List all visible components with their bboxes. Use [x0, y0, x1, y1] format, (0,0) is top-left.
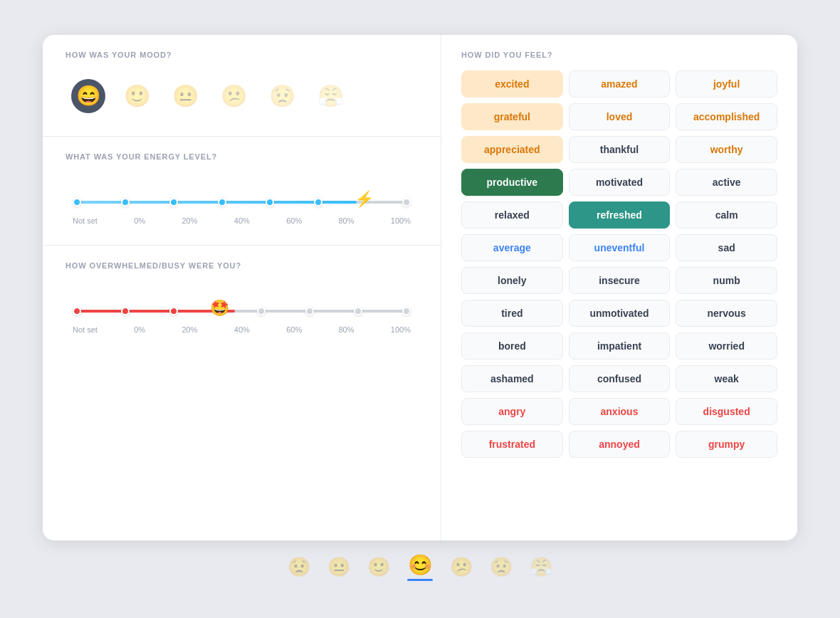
right-title: HOW DID YOU FEEL? — [461, 51, 777, 59]
feeling-btn-sad[interactable]: sad — [676, 234, 777, 261]
mood-title: HOW WAS YOUR MOOD? — [65, 51, 418, 59]
feeling-btn-relaxed[interactable]: relaxed — [461, 201, 563, 229]
feeling-btn-nervous[interactable]: nervous — [676, 300, 777, 327]
feeling-btn-refreshed[interactable]: refreshed — [569, 201, 671, 229]
nav-face-5[interactable]: 😕 — [450, 556, 473, 578]
feeling-btn-worthy[interactable]: worthy — [676, 136, 777, 163]
busy-slider-track-wrap[interactable]: 🤩 — [73, 301, 411, 321]
feeling-btn-uneventful[interactable]: uneventful — [569, 234, 671, 261]
feelings-grid: excitedamazedjoyfulgratefullovedaccompli… — [461, 70, 777, 458]
energy-labels: Not set 0% 20% 40% 60% 80% 100% — [73, 216, 411, 225]
feeling-btn-accomplished[interactable]: accomplished — [676, 103, 777, 130]
feeling-btn-thankful[interactable]: thankful — [569, 136, 671, 163]
mood-faces: 😄 🙂 😐 😕 😟 😤 — [65, 72, 418, 116]
nav-face-2[interactable]: 😐 — [327, 556, 350, 578]
feeling-btn-unmotivated[interactable]: unmotivated — [569, 300, 671, 327]
energy-section: WHAT WAS YOUR ENERGY LEVEL? — [43, 137, 441, 246]
feeling-btn-numb[interactable]: numb — [676, 267, 777, 294]
feeling-btn-angry[interactable]: angry — [461, 398, 563, 425]
nav-face-3[interactable]: 🙂 — [367, 556, 390, 578]
busy-track-fill — [73, 310, 235, 313]
feeling-btn-grumpy[interactable]: grumpy — [676, 431, 777, 458]
feeling-btn-calm[interactable]: calm — [676, 201, 777, 229]
feeling-btn-amazed[interactable]: amazed — [569, 70, 671, 98]
feeling-btn-ashamed[interactable]: ashamed — [461, 365, 563, 392]
feeling-btn-annoyed[interactable]: annoyed — [569, 431, 671, 458]
energy-slider-track-wrap[interactable]: ⚡ — [73, 192, 411, 212]
face-3[interactable]: 😐 — [168, 79, 202, 113]
energy-slider-area: ⚡ Not set 0% 20% 40% 60% 80% 100% — [65, 174, 418, 225]
feeling-btn-weak[interactable]: weak — [676, 365, 777, 392]
feeling-btn-average[interactable]: average — [461, 234, 563, 261]
feeling-btn-appreciated[interactable]: appreciated — [461, 136, 563, 163]
busy-slider-area: 🤩 Not set 0% 20% 40% 60% 80% 100% — [65, 283, 418, 334]
face-1[interactable]: 😄 — [71, 79, 105, 113]
nav-face-7[interactable]: 😤 — [530, 556, 552, 578]
feeling-btn-anxious[interactable]: anxious — [569, 398, 671, 425]
nav-face-1[interactable]: 😟 — [288, 556, 310, 578]
face-5[interactable]: 😟 — [265, 79, 299, 113]
feeling-btn-active[interactable]: active — [676, 169, 777, 196]
feeling-btn-lonely[interactable]: lonely — [461, 267, 563, 294]
face-2[interactable]: 🙂 — [120, 79, 154, 113]
feeling-btn-excited[interactable]: excited — [461, 70, 563, 98]
mood-section: HOW WAS YOUR MOOD? 😄 🙂 😐 😕 😟 — [43, 35, 441, 137]
feeling-btn-insecure[interactable]: insecure — [569, 267, 671, 294]
feeling-btn-impatient[interactable]: impatient — [569, 332, 671, 360]
bottom-nav: 😟 😐 🙂 😊 😕 😟 😤 — [288, 553, 552, 584]
feeling-btn-motivated[interactable]: motivated — [569, 169, 671, 196]
energy-title: WHAT WAS YOUR ENERGY LEVEL? — [65, 152, 418, 161]
feeling-btn-frustrated[interactable]: frustrated — [461, 431, 563, 458]
feeling-btn-loved[interactable]: loved — [569, 103, 671, 130]
nav-active-indicator — [407, 579, 433, 581]
lightning-icon: ⚡ — [355, 190, 374, 209]
feeling-btn-joyful[interactable]: joyful — [676, 70, 777, 98]
busy-section: HOW OVERWHELMED/BUSY WERE YOU? 🤩 — [43, 246, 441, 354]
busy-labels: Not set 0% 20% 40% 60% 80% 100% — [73, 325, 411, 334]
overwhelmed-emoji: 🤩 — [210, 299, 229, 318]
feeling-btn-tired[interactable]: tired — [461, 300, 563, 327]
nav-face-active[interactable]: 😊 — [407, 553, 433, 581]
feeling-btn-productive[interactable]: productive — [461, 169, 563, 196]
feeling-btn-confused[interactable]: confused — [569, 365, 671, 392]
face-6[interactable]: 😤 — [313, 79, 347, 113]
left-panel: HOW WAS YOUR MOOD? 😄 🙂 😐 😕 😟 — [43, 35, 441, 540]
nav-face-6[interactable]: 😟 — [490, 556, 513, 578]
busy-title: HOW OVERWHELMED/BUSY WERE YOU? — [65, 261, 418, 270]
energy-track-fill — [73, 201, 357, 204]
feeling-btn-grateful[interactable]: grateful — [461, 103, 563, 130]
feeling-btn-disgusted[interactable]: disgusted — [676, 398, 777, 425]
feeling-btn-bored[interactable]: bored — [461, 332, 563, 360]
feeling-btn-worried[interactable]: worried — [676, 332, 777, 360]
face-4[interactable]: 😕 — [216, 79, 251, 113]
right-panel: HOW DID YOU FEEL? excitedamazedjoyfulgra… — [441, 35, 797, 540]
